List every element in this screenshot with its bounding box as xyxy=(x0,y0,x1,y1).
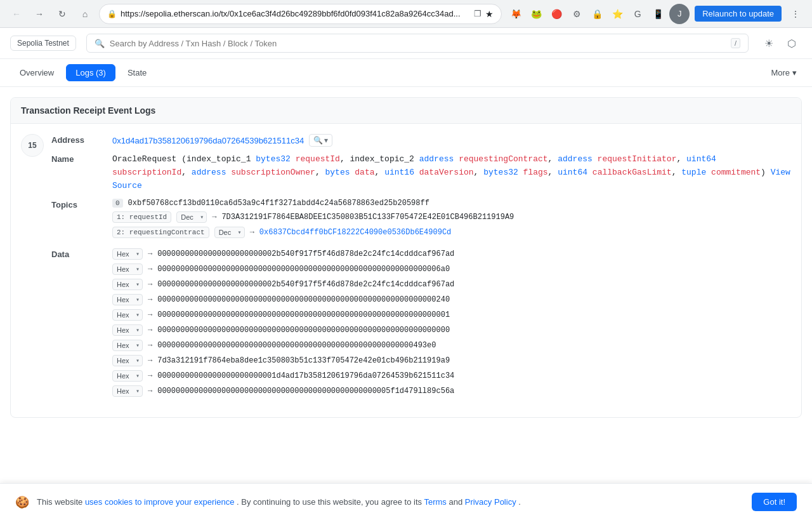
extension-icon-6[interactable]: ⭐ xyxy=(608,5,626,23)
data-9-decode-select[interactable]: HexDec xyxy=(112,385,143,397)
data-row-7: HexDec → 7d3a312191f7864eba8dee1c350803b… xyxy=(112,355,791,366)
data-1-decode-select[interactable]: HexDec xyxy=(112,263,143,275)
tab-state[interactable]: State xyxy=(118,64,156,81)
name-dataVersion: dataVersion xyxy=(419,168,474,177)
name-subOwner: subscriptionOwner xyxy=(231,168,315,177)
topic-0-index: 0 xyxy=(112,199,123,208)
tab-logs[interactable]: Logs (3) xyxy=(66,64,115,81)
data-2-value: 00000000000000000000000002b540f917f5f46d… xyxy=(157,280,454,289)
extension-icon-5[interactable]: 🔒 xyxy=(588,5,606,23)
topic-1-label: 1: requestId xyxy=(112,211,171,223)
back-button[interactable]: ← xyxy=(8,5,25,23)
address-row: 0x1d4ad17b358120619796da07264539b621511c… xyxy=(112,134,791,147)
extension-icon-1[interactable]: 🦊 xyxy=(507,5,525,23)
data-4-decode-select[interactable]: HexDec xyxy=(112,309,143,321)
data-row-8: HexDec → 00000000000000000000000001d4ad1… xyxy=(112,370,791,382)
data-row-0: HexDec → 00000000000000000000000002b540f… xyxy=(112,248,791,260)
data-2-arrow: → xyxy=(148,280,152,289)
data-5-decode-select[interactable]: HexDec xyxy=(112,324,143,336)
zoom-icon: 🔍 xyxy=(313,136,323,145)
search-input[interactable] xyxy=(110,39,726,48)
topic-2-value-link[interactable]: 0x6837Cbcd4ff0bCF18222C4090e0536Db6E4909… xyxy=(259,228,451,237)
more-button[interactable]: More ▾ xyxy=(766,65,802,81)
name-reqContract: requestingContract xyxy=(459,154,547,164)
data-6-decode-select[interactable]: HexDec xyxy=(112,340,143,351)
tabs-container: Overview Logs (3) State xyxy=(10,59,156,86)
data-row-4: HexDec → 0000000000000000000000000000000… xyxy=(112,309,791,321)
name-close-paren: ) xyxy=(761,168,771,177)
data-row-3: HexDec → 0000000000000000000000000000000… xyxy=(112,294,791,305)
topic-2-label: 2: requestingContract xyxy=(112,227,209,238)
log-number: 15 xyxy=(21,134,44,157)
log-entry: 15 Address 0x1d4ad17b358120619796da07264… xyxy=(21,134,791,407)
bookmark-icon: ★ xyxy=(485,9,494,19)
name-uint16: uint16 xyxy=(384,168,419,177)
address-label: Address xyxy=(51,134,102,145)
data-8-decode-select[interactable]: HexDec xyxy=(112,370,143,382)
data-8-value: 00000000000000000000000001d4ad17b3581206… xyxy=(157,371,454,380)
network-badge[interactable]: Sepolia Testnet xyxy=(10,36,76,51)
tab-overview[interactable]: Overview xyxy=(10,64,63,81)
name-subId: subscriptionId xyxy=(112,168,181,177)
menu-button[interactable]: ⋮ xyxy=(787,5,804,23)
section-title: Transaction Receipt Event Logs xyxy=(21,105,155,116)
name-address-3: address xyxy=(192,168,231,177)
extension-icon-4[interactable]: ⚙ xyxy=(568,5,586,23)
forward-button[interactable]: → xyxy=(30,5,48,23)
browser-actions: 🦊 🐸 🔴 ⚙ 🔒 ⭐ G 📱 J xyxy=(507,4,690,24)
topic-0-hash: 0xbf50768ccf13bd0110ca6d53a9c4f1f3271abd… xyxy=(128,199,429,208)
data-row-2: HexDec → 00000000000000000000000002b540f… xyxy=(112,279,791,290)
address-link[interactable]: 0x1d4ad17b358120619796da07264539b621511c… xyxy=(112,136,304,145)
data-9-arrow: → xyxy=(148,387,152,396)
topic-2-arrow: → xyxy=(250,228,254,237)
log-card: Transaction Receipt Event Logs 15 Addres… xyxy=(10,97,802,418)
name-label: Name xyxy=(51,153,102,164)
data-7-value: 7d3a312191f7864eba8dee1c350803b51c133f70… xyxy=(157,356,450,365)
name-tuple: tuple xyxy=(681,168,711,177)
home-button[interactable]: ⌂ xyxy=(76,5,94,23)
google-account-icon[interactable]: G xyxy=(629,5,646,23)
topic-2-dec-select[interactable]: Dec Hex xyxy=(214,227,245,238)
name-comma7: , xyxy=(474,168,484,177)
topic-1-dec-select[interactable]: Dec Hex xyxy=(176,211,207,223)
data-6-arrow: → xyxy=(148,341,152,350)
data-0-value: 00000000000000000000000002b540f917f5f46d… xyxy=(157,250,454,258)
name-flags: flags xyxy=(523,168,548,177)
settings-icon[interactable]: ⬡ xyxy=(782,33,802,53)
data-9-value: 0000000000000000000000000000000000000000… xyxy=(157,387,454,396)
reload-button[interactable]: ↻ xyxy=(53,5,71,23)
data-0-decode-select[interactable]: HexDec xyxy=(112,248,143,260)
topic-1-arrow: → xyxy=(212,213,216,222)
name-commitment: commitment xyxy=(711,168,761,177)
data-7-decode-select[interactable]: HexDec xyxy=(112,355,143,366)
log-details: Address 0x1d4ad17b358120619796da07264539… xyxy=(51,134,791,407)
profile-avatar[interactable]: J xyxy=(669,4,690,24)
name-value: OracleRequest (index_topic_1 bytes32 req… xyxy=(112,153,791,192)
data-2-decode-select[interactable]: HexDec xyxy=(112,279,143,290)
data-7-arrow: → xyxy=(148,356,152,365)
log-card-header: Transaction Receipt Event Logs xyxy=(11,98,801,124)
data-row-5: HexDec → 0000000000000000000000000000000… xyxy=(112,324,791,336)
address-field-row: Address 0x1d4ad17b358120619796da07264539… xyxy=(51,134,791,147)
theme-toggle[interactable]: ☀ xyxy=(759,33,779,53)
name-address-1: address xyxy=(419,154,459,164)
data-3-arrow: → xyxy=(148,295,152,304)
name-comma4: , xyxy=(181,168,192,177)
extension-icon-2[interactable]: 🐸 xyxy=(527,5,545,23)
data-3-decode-select[interactable]: HexDec xyxy=(112,294,143,305)
topic-2-dec-wrapper: Dec Hex xyxy=(214,227,245,238)
topics-value: 0 0xbf50768ccf13bd0110ca6d53a9c4f1f3271a… xyxy=(112,199,791,242)
zoom-button[interactable]: 🔍 ▾ xyxy=(309,134,332,147)
keyboard-shortcut: / xyxy=(731,38,740,48)
data-8-arrow: → xyxy=(148,371,152,380)
data-row-1: HexDec → 0000000000000000000000000000000… xyxy=(112,263,791,275)
relaunch-button[interactable]: Relaunch to update xyxy=(695,6,782,22)
name-reqInitiator: requestInitiator xyxy=(598,154,677,164)
phone-icon[interactable]: 📱 xyxy=(649,5,667,23)
topic-1-value: 7D3A312191F7864EBA8DEE1C350803B51C133F70… xyxy=(221,213,514,222)
data-row-6: HexDec → 0000000000000000000000000000000… xyxy=(112,340,791,351)
name-comma6: , xyxy=(375,168,385,177)
name-uint64-2: uint64 xyxy=(558,168,593,177)
search-icon: 🔍 xyxy=(95,39,105,48)
extension-icon-3[interactable]: 🔴 xyxy=(547,5,565,23)
